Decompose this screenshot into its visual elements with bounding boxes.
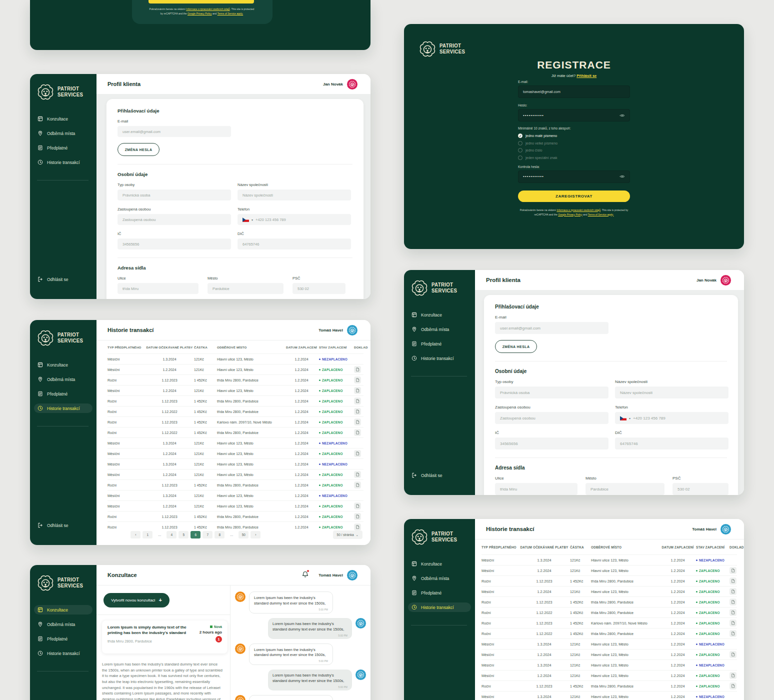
page-button[interactable]: 5 — [178, 531, 188, 538]
sidebar-item-logout[interactable]: Odhlásit se — [34, 274, 96, 284]
sidebar-item-konzultace[interactable]: Konzultace — [34, 605, 92, 614]
sidebar-item-predplatne[interactable]: Předplatné — [408, 588, 471, 598]
page-button[interactable]: 6 — [190, 531, 200, 538]
street-field[interactable]: třída Míru — [118, 283, 198, 294]
sidebar-item-predplatne[interactable]: Předplatné — [408, 339, 471, 348]
sidebar-item-konzultace[interactable]: Konzultace — [34, 360, 92, 370]
avatar[interactable] — [720, 275, 731, 286]
sidebar-item-konzultace[interactable]: Konzultace — [408, 310, 471, 320]
sidebar-item-odberna-mista[interactable]: Odběrná místa — [34, 374, 92, 384]
page-button[interactable]: … — [154, 531, 164, 538]
invoice-download-button[interactable] — [730, 609, 736, 616]
sidebar-item-konzultace[interactable]: Konzultace — [34, 114, 92, 124]
register-button[interactable]: ZAREGISTROVAT — [518, 190, 630, 202]
ic-field[interactable]: 34565656 — [118, 238, 231, 250]
page-button[interactable]: 1 — [142, 531, 152, 538]
password-field[interactable]: ••••••••••• — [518, 109, 630, 122]
conversation-list-item[interactable]: Lorem Ipsum is simply dummy text of the … — [102, 620, 228, 654]
sidebar-item-odberna-mista[interactable]: Odběrná místa — [34, 128, 92, 138]
invoice-download-button[interactable] — [354, 513, 361, 520]
personal-data-link[interactable]: Informace o zpracování osobních údajů — [556, 208, 600, 212]
invoice-download-button[interactable] — [354, 429, 361, 436]
register-button-cropped[interactable] — [148, 0, 254, 4]
sidebar-item-konzultace[interactable]: Konzultace — [408, 559, 471, 568]
phone-field[interactable]: ▾+420 123 456 789 — [615, 412, 728, 424]
invoice-download-button[interactable] — [730, 588, 736, 595]
invoice-download-button[interactable] — [730, 682, 736, 690]
avatar[interactable] — [347, 79, 358, 90]
company-name-field[interactable]: Název společnosti — [238, 190, 351, 200]
sidebar-item-logout[interactable]: Odhlásit se — [408, 470, 470, 480]
confirm-password-field[interactable]: ••••••••••• — [518, 170, 630, 183]
invoice-download-button[interactable] — [354, 387, 361, 394]
city-field[interactable]: Pardubice — [208, 283, 284, 294]
page-button[interactable]: 8 — [214, 531, 224, 538]
invoice-download-button[interactable] — [730, 620, 736, 626]
create-consultation-button[interactable]: Vytvořit novou konzultaci+ — [104, 593, 170, 608]
street-field[interactable]: třída Míru — [495, 483, 578, 495]
email-field[interactable]: tomashavel@gmail.com — [518, 86, 630, 98]
avatar[interactable] — [720, 524, 731, 534]
invoice-download-button[interactable] — [354, 482, 361, 488]
sidebar-item-historie-transakci[interactable]: Historie transakcí — [34, 158, 92, 167]
page-button[interactable]: 4 — [166, 531, 176, 538]
represented-by-field[interactable]: Zastoupená osobou — [118, 214, 231, 225]
invoice-download-button[interactable] — [354, 366, 361, 373]
personal-data-link[interactable]: Informace o zpracování osobních údajů — [186, 8, 230, 10]
sidebar-item-odberna-mista[interactable]: Odběrná místa — [408, 574, 471, 583]
invoice-download-button[interactable] — [354, 471, 361, 478]
sidebar-item-odberna-mista[interactable]: Odběrná místa — [34, 620, 92, 629]
person-type-select[interactable]: Právnická osoba — [495, 386, 608, 398]
sidebar-item-historie-transakci[interactable]: Historie transakcí — [408, 602, 471, 612]
dic-field[interactable]: 64765746 — [238, 238, 351, 250]
invoice-download-button[interactable] — [354, 376, 361, 384]
page-button[interactable]: 50 — [238, 531, 248, 538]
sidebar-item-predplatne[interactable]: Předplatné — [34, 389, 92, 398]
invoice-download-button[interactable] — [354, 408, 361, 415]
next-page-button[interactable]: › — [250, 531, 260, 538]
sidebar-item-predplatne[interactable]: Předplatné — [34, 143, 92, 152]
invoice-download-button[interactable] — [354, 418, 361, 426]
sidebar-item-historie-transakci[interactable]: Historie transakcí — [34, 648, 92, 658]
company-name-field[interactable]: Název společnosti — [615, 386, 728, 398]
invoice-download-button[interactable] — [730, 567, 736, 574]
change-password-button[interactable]: ZMĚNA HESLA — [495, 340, 537, 353]
page-button[interactable]: 7 — [202, 531, 212, 538]
invoice-download-button[interactable] — [354, 398, 361, 404]
sidebar-item-historie-transakci[interactable]: Historie transakcí — [408, 354, 471, 363]
invoice-download-button[interactable] — [730, 672, 736, 679]
person-type-select[interactable]: Právnická osoba — [118, 190, 231, 200]
eye-icon[interactable] — [620, 114, 625, 118]
caret-down-icon[interactable]: ▾ — [629, 416, 630, 420]
invoice-download-button[interactable] — [730, 630, 736, 637]
avatar[interactable] — [347, 325, 358, 336]
zip-field[interactable]: 530 02 — [672, 483, 728, 495]
privacy-policy-link[interactable]: Google Privacy Policy — [188, 12, 212, 15]
login-link[interactable]: Přihlásit se — [576, 74, 596, 78]
notifications-bell-icon[interactable] — [302, 570, 308, 580]
invoice-download-button[interactable] — [730, 598, 736, 606]
avatar[interactable] — [347, 570, 358, 580]
change-password-button[interactable]: ZMĚNA HESLA — [118, 143, 160, 156]
zip-field[interactable]: 530 02 — [292, 283, 346, 294]
eye-icon[interactable] — [620, 174, 625, 178]
invoice-download-button[interactable] — [730, 651, 736, 658]
invoice-download-button[interactable] — [730, 578, 736, 584]
invoice-download-button[interactable] — [354, 502, 361, 510]
dic-field[interactable]: 64765746 — [615, 438, 728, 450]
sidebar-item-logout[interactable]: Odhlásit se — [34, 520, 96, 530]
terms-link[interactable]: Terms of Service apply. — [218, 12, 244, 15]
prev-page-button[interactable]: ‹ — [130, 531, 140, 538]
phone-field[interactable]: ▾+420 123 456 789 — [238, 214, 351, 225]
page-button[interactable]: … — [226, 531, 236, 538]
sidebar-item-predplatne[interactable]: Předplatné — [34, 634, 92, 644]
invoice-download-button[interactable] — [354, 524, 361, 530]
per-page-select[interactable]: 50 / stránka⌄ — [333, 530, 362, 539]
city-field[interactable]: Pardubice — [586, 483, 664, 495]
email-field[interactable]: user.email@gmail.com — [118, 126, 231, 137]
ic-field[interactable]: 34565656 — [495, 438, 608, 450]
represented-by-field[interactable]: Zastoupená osobou — [495, 412, 608, 424]
invoice-download-button[interactable] — [354, 450, 361, 457]
terms-link[interactable]: Terms of Service apply. — [588, 213, 614, 216]
caret-down-icon[interactable]: ▾ — [252, 218, 253, 222]
